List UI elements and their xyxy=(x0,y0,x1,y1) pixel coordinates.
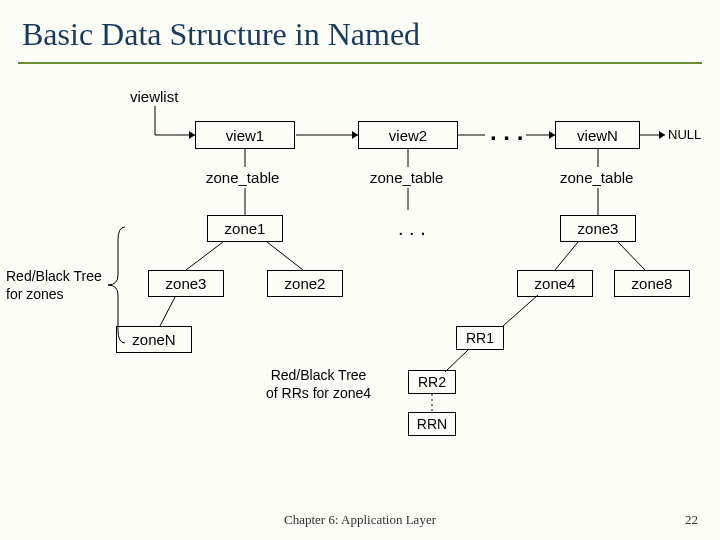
node-view1: view1 xyxy=(195,121,295,149)
label-null: NULL xyxy=(668,127,701,142)
node-zone3-left: zone3 xyxy=(148,270,224,297)
label-rbtree-rrs: Red/Black Tree of RRs for zone4 xyxy=(266,367,371,402)
label-zonetable-3: zone_table xyxy=(560,169,633,186)
node-zone4: zone4 xyxy=(517,270,593,297)
svg-line-15 xyxy=(267,242,303,270)
svg-marker-7 xyxy=(659,131,665,139)
node-zone3-right: zone3 xyxy=(560,215,636,242)
footer-chapter: Chapter 6: Application Layer xyxy=(0,512,720,528)
ellipsis-views: . . . xyxy=(490,120,523,144)
node-rr2: RR2 xyxy=(408,370,456,394)
title-underline xyxy=(18,62,702,64)
diagram-area: viewlist view1 view2 . . . viewN NULL zo… xyxy=(0,70,720,500)
svg-line-14 xyxy=(186,242,223,270)
label-rbtree-zones: Red/Black Tree for zones xyxy=(6,268,102,303)
slide-title: Basic Data Structure in Named xyxy=(0,0,720,61)
node-viewn: viewN xyxy=(555,121,640,149)
label-zonetable-1: zone_table xyxy=(206,169,279,186)
node-view2: view2 xyxy=(358,121,458,149)
node-zonen: zoneN xyxy=(116,326,192,353)
svg-line-18 xyxy=(160,297,175,326)
svg-line-16 xyxy=(555,242,578,270)
node-zone8: zone8 xyxy=(614,270,690,297)
node-rrn: RRN xyxy=(408,412,456,436)
node-zone2: zone2 xyxy=(267,270,343,297)
ellipsis-zones: . . . xyxy=(398,218,426,238)
footer-page-number: 22 xyxy=(685,512,698,528)
svg-line-20 xyxy=(445,350,468,372)
node-zone1: zone1 xyxy=(207,215,283,242)
label-viewlist: viewlist xyxy=(130,88,178,105)
svg-line-19 xyxy=(503,295,538,326)
label-zonetable-2: zone_table xyxy=(370,169,443,186)
svg-line-17 xyxy=(618,242,645,270)
node-rr1: RR1 xyxy=(456,326,504,350)
